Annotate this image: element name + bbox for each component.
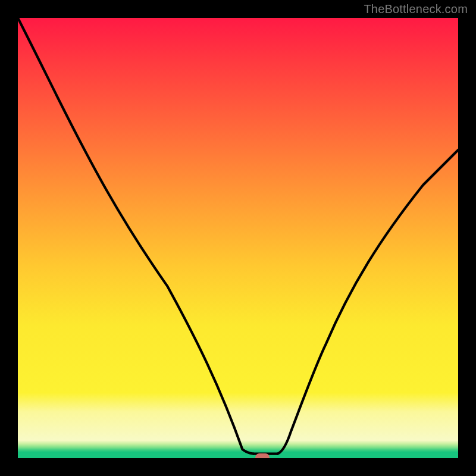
chart-frame: TheBottleneck.com bbox=[0, 0, 476, 476]
curve-right-branch bbox=[278, 150, 458, 454]
bottleneck-curve bbox=[18, 18, 458, 458]
plot-area bbox=[18, 18, 458, 458]
valley-marker bbox=[255, 453, 270, 459]
curve-left-branch bbox=[18, 18, 253, 454]
watermark-text: TheBottleneck.com bbox=[364, 2, 468, 16]
